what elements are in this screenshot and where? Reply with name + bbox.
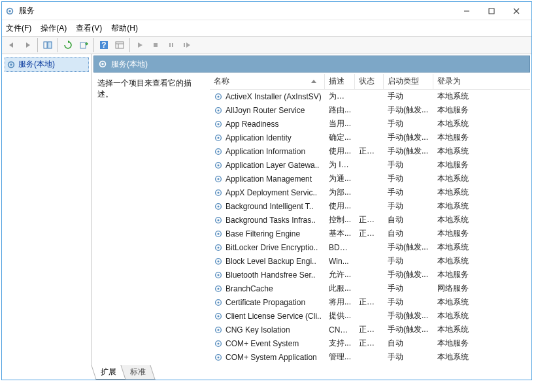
tree-item-services-local[interactable]: 服务(本地) [5,57,89,72]
table-row[interactable]: Certificate Propagation将用...正在...手动本地系统 [210,295,530,309]
cell-logon: 本地服务 [433,159,477,171]
close-button[interactable] [504,3,529,20]
svg-text:?: ? [101,41,106,50]
table-row[interactable]: Background Intelligent T..使用...手动本地系统 [210,199,530,213]
table-row[interactable]: COM+ Event System支持...正在...自动本地服务 [210,336,530,350]
table-row[interactable]: Background Tasks Infras..控制...正在...自动本地系… [210,213,530,227]
refresh-button[interactable] [61,38,75,52]
cell-name: AllJoyn Router Service [210,106,325,115]
cell-status: 正在... [355,214,384,225]
show-hide-tree-button[interactable] [41,38,55,52]
table-row[interactable]: Application Information使用...正在...手动(触发..… [210,144,530,158]
stop-service-button[interactable] [148,38,163,52]
table-row[interactable]: CNG Key IsolationCNG...正在...手动(触发...本地系统 [210,323,530,336]
table-row[interactable]: Application Layer Gatewa..为 In...手动本地服务 [210,158,530,172]
table-row[interactable]: App Readiness当用...手动本地系统 [210,117,530,131]
forward-button[interactable] [20,38,35,52]
service-rows[interactable]: ActiveX Installer (AxInstSV)为从 ...手动本地系统… [210,90,530,365]
table-row[interactable]: BitLocker Drive Encryptio..BDE...手动(触发..… [210,240,530,254]
cell-status: 正在... [355,228,384,239]
cell-name: Certificate Propagation [210,298,325,307]
menu-view[interactable]: 查看(V) [76,23,102,34]
cell-name: CNG Key Isolation [210,325,325,335]
export-button[interactable] [76,38,91,52]
svg-rect-3 [489,8,494,14]
col-header-startup[interactable]: 启动类型 [384,74,433,89]
gear-icon [214,353,223,362]
cell-desc: 路由... [325,105,355,116]
pause-service-button[interactable] [164,38,178,52]
svg-point-45 [217,246,219,248]
cell-startup: 手动 [384,255,433,267]
cell-desc: 使用... [325,146,355,157]
table-row[interactable]: COM+ System Application管理...手动本地系统 [210,350,530,364]
maximize-button[interactable] [479,3,504,20]
cell-name: COM+ System Application [210,353,325,362]
svg-point-31 [217,150,219,152]
view-tabs: 扩展 标准 [2,365,531,380]
back-button[interactable] [5,38,19,52]
properties-button[interactable] [112,38,127,52]
cell-name: Application Management [210,174,325,184]
svg-point-21 [101,63,104,65]
cell-logon: 本地服务 [433,132,477,143]
table-row[interactable]: Client License Service (Cli..提供...手动(触发.… [210,309,530,323]
table-row[interactable]: ActiveX Installer (AxInstSV)为从 ...手动本地系统 [210,90,530,103]
cell-desc: 使用... [325,201,355,212]
svg-point-37 [217,191,219,193]
table-row[interactable]: AllJoyn Router Service路由...手动(触发...本地服务 [210,103,530,117]
tab-extended[interactable]: 扩展 [91,365,126,380]
svg-point-33 [217,164,219,166]
menu-file[interactable]: 文件(F) [6,23,31,34]
panel-header: 服务(本地) [93,56,530,73]
col-header-status[interactable]: 状态 [355,74,384,89]
gear-icon [214,106,223,115]
cell-name: ActiveX Installer (AxInstSV) [210,92,325,101]
separator [37,38,38,52]
cell-logon: 本地服务 [433,338,477,349]
menu-help[interactable]: 帮助(H) [111,23,138,34]
gear-icon [214,270,223,280]
col-header-logon[interactable]: 登录为 [433,74,477,89]
window-title: 服务 [19,5,454,16]
tree-item-label: 服务(本地) [18,59,55,70]
gear-icon [7,60,16,69]
cell-startup: 手动 [384,91,433,102]
start-service-button[interactable] [133,38,147,52]
col-header-name[interactable]: 名称 [210,74,325,89]
menu-action[interactable]: 操作(A) [41,23,67,34]
cell-startup: 手动 [384,283,433,294]
col-header-desc[interactable]: 描述 [325,74,355,89]
cell-startup: 自动 [384,228,433,239]
help-button[interactable]: ? [97,38,111,52]
detail-text: 选择一个项目来查看它的描述。 [97,78,192,99]
table-row[interactable]: Application Identity确定...手动(触发...本地服务 [210,131,530,144]
separator [129,38,130,52]
svg-point-53 [217,301,219,303]
cell-logon: 本地系统 [433,187,477,198]
svg-point-49 [217,274,219,276]
tab-standard[interactable]: 标准 [120,365,155,380]
restart-service-button[interactable] [180,38,194,52]
cell-startup: 手动 [384,187,433,198]
svg-point-25 [217,109,219,111]
separator [93,38,94,52]
svg-point-43 [217,233,219,235]
table-row[interactable]: Base Filtering Engine基本...正在...自动本地服务 [210,227,530,240]
table-row[interactable]: Bluetooth Handsfree Ser..允许...手动(触发...本地… [210,268,530,282]
cell-desc: 确定... [325,132,355,143]
table-row[interactable]: BranchCache此服...手动网络服务 [210,282,530,295]
cell-logon: 本地系统 [433,173,477,184]
table-row[interactable]: Block Level Backup Engi..Win...手动本地系统 [210,254,530,268]
table-row[interactable]: Application Management为通...手动本地系统 [210,172,530,186]
minimize-button[interactable] [454,3,479,20]
gear-icon [98,59,107,69]
svg-point-55 [217,315,219,317]
toolbar: ? [2,36,531,54]
gear-icon [214,257,223,266]
titlebar[interactable]: 服务 [2,2,531,20]
cell-name: Client License Service (Cli.. [210,312,325,321]
menubar: 文件(F) 操作(A) 查看(V) 帮助(H) [2,20,531,36]
table-row[interactable]: AppX Deployment Servic..为部...手动本地系统 [210,186,530,199]
cell-startup: 手动(触发... [384,105,433,116]
